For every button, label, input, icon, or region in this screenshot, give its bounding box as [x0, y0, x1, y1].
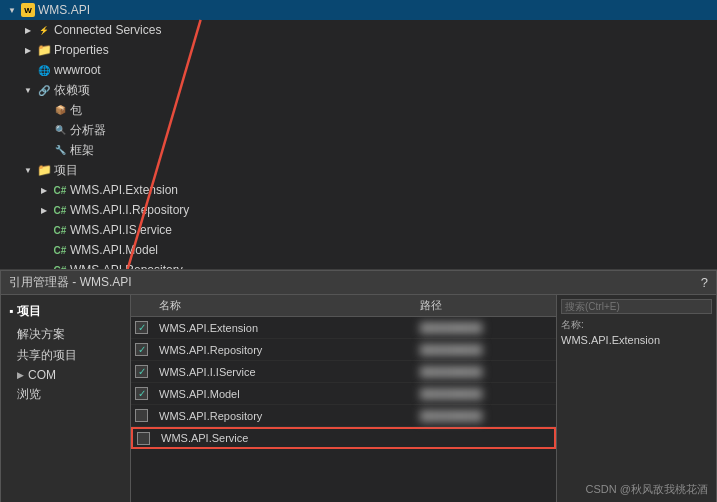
tree-item-analyzer[interactable]: 🔍 分析器 [0, 120, 717, 140]
ref-title: 引用管理器 - WMS.API [9, 274, 132, 291]
row-check-1[interactable] [131, 343, 155, 356]
row-check-0[interactable] [131, 321, 155, 334]
expand-arrow-deps[interactable] [20, 82, 36, 98]
tree-label-model: WMS.API.Model [70, 243, 158, 257]
checkbox-5[interactable] [137, 432, 150, 445]
project-icon: W [20, 2, 36, 18]
tree-item-framework[interactable]: 🔧 框架 [0, 140, 717, 160]
expand-arrow-wmsapi[interactable] [4, 2, 20, 18]
tree-label-analyzer: 分析器 [70, 122, 106, 139]
tree-label-deps: 依赖项 [54, 82, 90, 99]
sidebar-label-com: COM [28, 368, 56, 382]
row-check-2[interactable] [131, 365, 155, 378]
table-row[interactable]: WMS.API.Repository ████████ [131, 339, 556, 361]
row-name-5: WMS.API.Service [157, 432, 414, 444]
watermark: CSDN @秋风敌我桃花酒 [586, 482, 708, 497]
com-arrow-icon: ▶ [17, 370, 24, 380]
help-button[interactable]: ? [701, 275, 708, 290]
expand-arrow-extension[interactable] [36, 182, 52, 198]
reference-manager: 引用管理器 - WMS.API ? ▪ 项目 解决方案 共享的项目 ▶ COM … [0, 270, 717, 502]
expand-arrow-packages [36, 102, 52, 118]
tree-label-properties: Properties [54, 43, 109, 57]
table-row[interactable]: WMS.API.Model ████████ [131, 383, 556, 405]
row-check-4[interactable] [131, 409, 155, 422]
expand-arrow-iservice [36, 222, 52, 238]
ref-right-panel: 名称: WMS.API.Extension [556, 295, 716, 502]
ref-sidebar: ▪ 项目 解决方案 共享的项目 ▶ COM 浏览 [1, 295, 131, 502]
expand-arrow-model [36, 242, 52, 258]
cs-icon-iservice: C# [52, 222, 68, 238]
name-display: 名称: WMS.API.Extension [561, 318, 712, 346]
expand-arrow-connected[interactable] [20, 22, 36, 38]
www-icon: 🌐 [36, 62, 52, 78]
tree-item-wwwroot[interactable]: 🌐 wwwroot [0, 60, 717, 80]
tree-label-wmsapi: WMS.API [38, 3, 90, 17]
tree-item-model[interactable]: C# WMS.API.Model [0, 240, 717, 260]
row-name-4: WMS.API.Repository [155, 410, 416, 422]
row-name-1: WMS.API.Repository [155, 344, 416, 356]
checkbox-3[interactable] [135, 387, 148, 400]
row-path-4: ████████ [416, 410, 556, 422]
table-row[interactable]: WMS.API.I.IService ████████ [131, 361, 556, 383]
tree-item-deps[interactable]: 🔗 依赖项 [0, 80, 717, 100]
tree-item-extension[interactable]: C# WMS.API.Extension [0, 180, 717, 200]
table-row[interactable]: WMS.API.Extension ████████ [131, 317, 556, 339]
expand-arrow-properties[interactable] [20, 42, 36, 58]
sidebar-item-com[interactable]: ▶ COM [1, 366, 130, 384]
connected-icon: ⚡ [36, 22, 52, 38]
tree-label-repository: WMS.API.Repository [70, 263, 183, 270]
row-path-0: ████████ [416, 322, 556, 334]
sidebar-label-solution: 解决方案 [17, 326, 65, 343]
expand-arrow-projects[interactable] [20, 162, 36, 178]
tree-item-irepository[interactable]: C# WMS.API.I.Repository [0, 200, 717, 220]
tree-item-wmsapi[interactable]: W WMS.API [0, 0, 717, 20]
tree-item-iservice[interactable]: C# WMS.API.IS.ervice [0, 220, 717, 240]
row-check-5[interactable] [133, 432, 157, 445]
sidebar-section-project[interactable]: ▪ 项目 [1, 299, 130, 324]
expand-arrow-analyzer [36, 122, 52, 138]
row-name-0: WMS.API.Extension [155, 322, 416, 334]
checkbox-0[interactable] [135, 321, 148, 334]
col-header-name[interactable]: 名称 [155, 298, 416, 313]
tree-label-connected: Connected Services [54, 23, 161, 37]
name-value: WMS.API.Extension [561, 334, 712, 346]
tree-item-connected-services[interactable]: ⚡ Connected Services [0, 20, 717, 40]
ref-body: ▪ 项目 解决方案 共享的项目 ▶ COM 浏览 名称 路径 [1, 295, 716, 502]
ref-icon-deps: 🔗 [36, 82, 52, 98]
sidebar-item-browse[interactable]: 浏览 [1, 384, 130, 405]
expand-arrow-repository [36, 262, 52, 270]
search-bar [561, 299, 712, 314]
checkbox-2[interactable] [135, 365, 148, 378]
cs-icon-extension: C# [52, 182, 68, 198]
checkbox-1[interactable] [135, 343, 148, 356]
cs-icon-model: C# [52, 242, 68, 258]
search-input[interactable] [561, 299, 712, 314]
row-check-3[interactable] [131, 387, 155, 400]
cs-icon-irepository: C# [52, 202, 68, 218]
name-label: 名称: [561, 318, 712, 332]
package-icon: 📦 [52, 102, 68, 118]
ref-main-content: 名称 路径 WMS.API.Extension ████████ WMS.API… [131, 295, 556, 502]
tree-label-extension: WMS.API.Extension [70, 183, 178, 197]
tree-label-iservice: WMS.API.IS.ervice [70, 223, 172, 237]
tree-label-wwwroot: wwwroot [54, 63, 101, 77]
sidebar-item-solution[interactable]: 解决方案 [1, 324, 130, 345]
table-row-highlighted[interactable]: WMS.API.Service [131, 427, 556, 449]
sidebar-item-shared[interactable]: 共享的项目 [1, 345, 130, 366]
analyzer-icon: 🔍 [52, 122, 68, 138]
table-row[interactable]: WMS.API.Repository ████████ [131, 405, 556, 427]
ref-title-bar: 引用管理器 - WMS.API ? [1, 271, 716, 295]
sidebar-label-shared: 共享的项目 [17, 347, 77, 364]
row-path-2: ████████ [416, 366, 556, 378]
expand-arrow-irepository[interactable] [36, 202, 52, 218]
col-header-path[interactable]: 路径 [416, 298, 556, 313]
cs-icon-repository: C# [52, 262, 68, 270]
tree-item-packages[interactable]: 📦 包 [0, 100, 717, 120]
tree-label-framework: 框架 [70, 142, 94, 159]
row-name-3: WMS.API.Model [155, 388, 416, 400]
checkbox-4[interactable] [135, 409, 148, 422]
tree-item-repository[interactable]: C# WMS.API.Repository [0, 260, 717, 270]
tree-item-projects-folder[interactable]: 📁 项目 [0, 160, 717, 180]
tree-item-properties[interactable]: 📁 Properties [0, 40, 717, 60]
tree-label-irepository: WMS.API.I.Repository [70, 203, 189, 217]
